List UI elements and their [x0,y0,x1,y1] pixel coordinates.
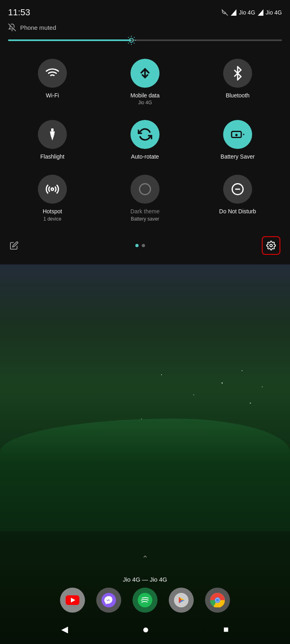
bluetooth-icon-circle [223,59,252,88]
auto-rotate-icon [138,127,152,142]
dock-icons [0,588,290,613]
back-button[interactable]: ◀ [61,624,68,635]
messenger-icon [102,593,116,607]
tile-flashlight[interactable]: Flashlight [6,113,99,167]
phone-muted-bar: Phone muted [0,21,290,35]
spotify-app[interactable] [133,588,157,613]
dark-theme-icon-circle [130,175,160,204]
bottom-bar [0,233,290,260]
flashlight-label: Flashlight [40,153,64,160]
bell-mute-icon [8,23,16,31]
nav-bar: ◀ ● ■ [0,619,290,640]
tile-mobile-data[interactable]: Mobile data Jio 4G [99,52,191,113]
tile-dark-theme[interactable]: Dark theme Battery saver [99,167,191,229]
svg-marker-2 [258,9,263,16]
status-right: Jio 4G Jio 4G [221,9,282,16]
brightness-thumb[interactable] [126,35,137,46]
svg-marker-1 [231,9,236,16]
page-dots [135,244,145,247]
battery-saver-label: Battery Saver [221,153,255,160]
youtube-app[interactable] [60,588,85,613]
tile-wifi[interactable]: Wi-Fi [6,52,99,113]
home-button[interactable]: ● [142,623,149,636]
flashlight-icon [45,127,60,142]
status-bar: 11:53 Jio 4G Jio 4G [0,0,290,21]
wifi-label: Wi-Fi [46,92,59,99]
messenger-app[interactable] [96,588,121,613]
svg-point-4 [129,38,133,42]
status-time: 11:53 [8,7,30,18]
dot-2 [142,244,145,247]
tile-bluetooth[interactable]: Bluetooth [191,52,284,113]
chrome-app[interactable] [205,588,230,613]
svg-line-11 [128,43,128,43]
auto-rotate-label: Auto-rotate [131,153,159,160]
carrier2-label: Jio 4G [266,9,282,16]
svg-line-3 [8,24,16,31]
svg-point-28 [138,593,152,607]
phone-muted-text: Phone muted [20,24,56,31]
flashlight-icon-circle [38,120,67,149]
dock-area: Jio 4G — Jio 4G [0,576,290,644]
hotspot-label: Hotspot [43,208,62,215]
dark-theme-sublabel: Battery saver [131,216,160,222]
tiles-grid: Wi-Fi Mobile data Jio 4G Blueto [0,47,290,233]
mobile-data-icon-circle [130,59,160,88]
mobile-data-icon [138,66,152,80]
tile-hotspot[interactable]: Hotspot 1 device [6,167,99,229]
mobile-data-label: Mobile data [130,92,160,99]
carrier1-label: Jio 4G [239,9,255,16]
spotify-icon [138,593,152,607]
bluetooth-label: Bluetooth [226,92,249,99]
dark-theme-icon [138,182,152,196]
wifi-icon-circle [38,59,67,88]
svg-rect-15 [51,128,54,132]
edit-button[interactable] [10,241,19,250]
brightness-fill [8,39,131,41]
playstore-icon [174,593,188,607]
dot-1 [135,244,139,247]
tile-auto-rotate[interactable]: Auto-rotate [99,113,191,167]
bluetooth-icon [230,66,245,80]
svg-line-7 [128,37,128,37]
settings-gear-icon [266,241,276,250]
auto-rotate-icon-circle [130,120,160,149]
signal2-icon [258,9,263,16]
dark-theme-label: Dark theme [130,208,160,215]
svg-point-24 [270,244,272,247]
dock-carrier-label: Jio 4G — Jio 4G [0,576,290,583]
dnd-icon-circle [223,175,252,204]
battery-saver-icon-circle [223,120,252,149]
ground [0,419,290,531]
svg-point-21 [140,184,151,195]
playstore-app[interactable] [169,588,194,613]
tile-battery-saver[interactable]: Battery Saver [191,113,284,167]
mute-icon [221,9,228,16]
brightness-sun-icon [126,35,136,45]
battery-saver-icon [230,127,245,142]
settings-button[interactable] [262,236,280,255]
signal1-icon [231,9,236,16]
youtube-icon [66,595,79,605]
dnd-icon [230,182,245,196]
up-arrow[interactable]: ⌃ [0,550,290,568]
notification-panel: 11:53 Jio 4G Jio 4G [0,0,290,264]
mobile-data-sublabel: Jio 4G [138,100,152,105]
hotspot-icon-circle [38,175,67,204]
svg-point-20 [51,188,54,190]
svg-point-37 [216,599,219,602]
svg-line-8 [134,43,134,43]
tile-dnd[interactable]: Do Not Disturb [191,167,284,229]
wifi-icon [45,66,60,80]
pencil-icon [10,241,19,250]
brightness-row[interactable] [0,35,290,47]
brightness-slider[interactable] [8,39,282,41]
dnd-label: Do Not Disturb [219,208,256,215]
chrome-icon [210,593,225,607]
hotspot-icon [45,182,60,196]
recent-button[interactable]: ■ [224,624,229,635]
hotspot-sublabel: 1 device [44,216,62,222]
svg-line-12 [134,37,134,37]
